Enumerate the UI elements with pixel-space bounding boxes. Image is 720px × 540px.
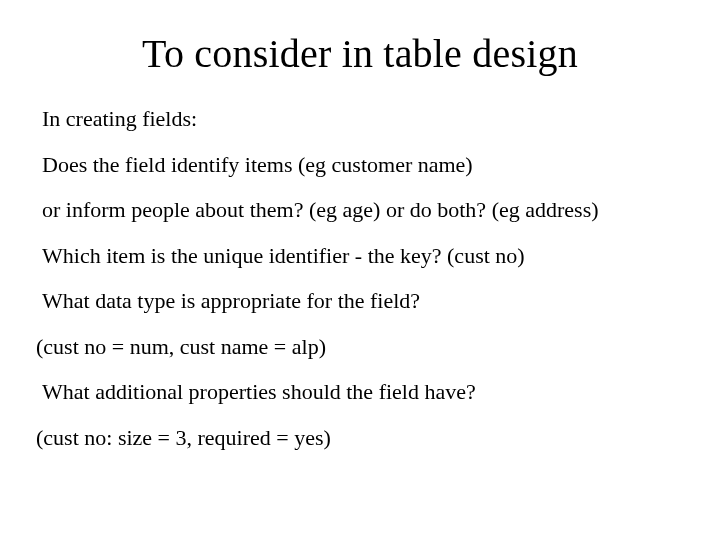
body-line: (cust no = num, cust name = alp) (36, 333, 684, 361)
body-line: (cust no: size = 3, required = yes) (36, 424, 684, 452)
body-line: Does the field identify items (eg custom… (42, 151, 684, 179)
body-line: or inform people about them? (eg age) or… (42, 196, 684, 224)
slide: To consider in table design In creating … (0, 0, 720, 540)
body-line: Which item is the unique identifier - th… (42, 242, 684, 270)
slide-title: To consider in table design (36, 30, 684, 77)
body-line: In creating fields: (42, 105, 684, 133)
slide-body: In creating fields: Does the field ident… (36, 105, 684, 451)
body-line: What additional properties should the fi… (42, 378, 684, 406)
body-line: What data type is appropriate for the fi… (42, 287, 684, 315)
